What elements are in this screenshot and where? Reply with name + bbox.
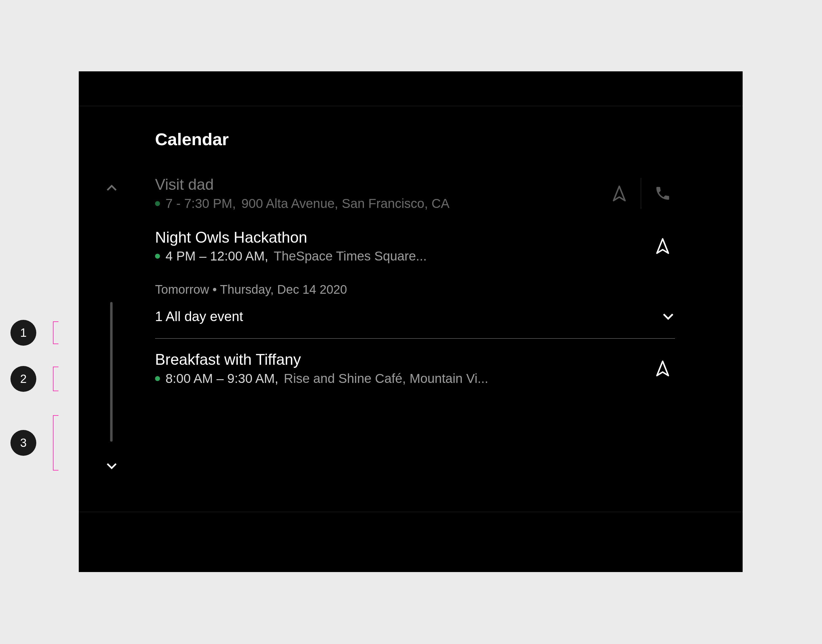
event-row-current[interactable]: Night Owls Hackathon 4 PM – 12:00 AM, Th…: [155, 229, 675, 264]
event-time: 7 - 7:30 PM,: [166, 196, 236, 211]
event-row-next[interactable]: Breakfast with Tiffany 8:00 AM – 9:30 AM…: [155, 351, 675, 386]
event-title: Visit dad: [155, 176, 607, 194]
page-title: Calendar: [155, 129, 229, 149]
event-list: Visit dad 7 - 7:30 PM, 900 Alta Avenue, …: [155, 176, 675, 495]
scrollbar-thumb[interactable]: [110, 302, 113, 442]
navigation-icon: [654, 238, 671, 255]
callout-bracket-2: [53, 366, 58, 391]
status-dot: [155, 254, 160, 259]
device-frame: Calendar Visit dad 7 - 7:30 PM, 90: [79, 71, 743, 572]
chevron-down-icon: [105, 460, 118, 472]
canvas: 1 2 3 Calendar Visit dad: [0, 0, 822, 644]
section-header: Tomorrow • Thursday, Dec 14 2020: [155, 283, 675, 296]
callout-bracket-3: [53, 415, 58, 471]
callout-3: 3: [11, 415, 58, 471]
expand-icon-wrap: [661, 310, 675, 323]
navigation-icon: [654, 360, 671, 377]
all-day-label: 1 All day event: [155, 309, 243, 324]
navigate-button[interactable]: [607, 181, 632, 206]
callout-1: 1: [11, 320, 58, 346]
navigate-button[interactable]: [650, 234, 675, 258]
list-divider: [155, 338, 675, 339]
event-location: 900 Alta Avenue, San Francisco, CA: [241, 196, 449, 211]
callout-badge-3: 3: [11, 430, 36, 456]
navigate-button[interactable]: [650, 356, 675, 381]
chevron-down-icon: [661, 310, 675, 323]
status-dot: [155, 376, 160, 381]
event-title: Night Owls Hackathon: [155, 229, 650, 247]
event-row-past[interactable]: Visit dad 7 - 7:30 PM, 900 Alta Avenue, …: [155, 176, 675, 211]
callout-badge-2: 2: [11, 366, 36, 392]
navigation-icon: [610, 185, 628, 202]
scroll-down-button[interactable]: [105, 460, 118, 472]
call-button[interactable]: [650, 181, 675, 206]
status-dot: [155, 201, 160, 206]
callout-2: 2: [11, 366, 58, 392]
event-time: 4 PM – 12:00 AM,: [166, 249, 268, 264]
callout-bracket-1: [53, 321, 58, 344]
callout-badge-1: 1: [11, 320, 36, 346]
event-location: Rise and Shine Café, Mountain Vi...: [284, 371, 489, 386]
all-day-toggle[interactable]: 1 All day event: [155, 309, 675, 338]
event-title: Breakfast with Tiffany: [155, 351, 650, 369]
event-time: 8:00 AM – 9:30 AM,: [166, 371, 278, 386]
phone-icon: [654, 185, 671, 202]
chevron-up-icon: [105, 182, 118, 195]
action-divider: [641, 178, 641, 209]
bottom-divider: [79, 512, 743, 512]
event-location: TheSpace Times Square...: [274, 249, 427, 264]
scroll-up-button[interactable]: [105, 182, 118, 195]
